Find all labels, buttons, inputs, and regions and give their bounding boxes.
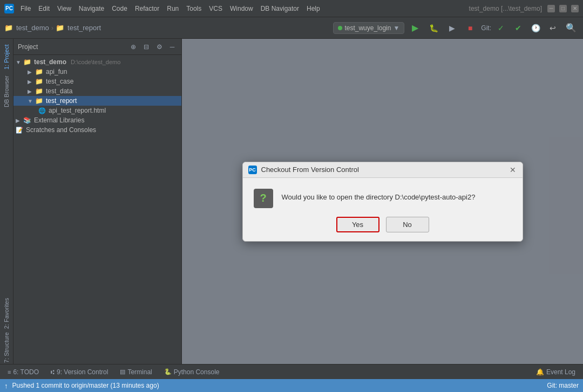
hide-panel-button[interactable]: ─ bbox=[167, 42, 177, 52]
app-icon: PC bbox=[4, 4, 14, 13]
debug-button[interactable]: 🐛 bbox=[426, 20, 441, 36]
app-title: test_demo [...\test_demo] bbox=[469, 5, 542, 12]
git-commit-button[interactable]: ✓ bbox=[493, 20, 509, 36]
git-section: Git: ✓ ✔ 🕐 ↩ bbox=[481, 20, 560, 36]
settings-icon[interactable]: ⚙ bbox=[154, 42, 164, 52]
menu-edit[interactable]: Edit bbox=[35, 4, 53, 13]
menu-bar: File Edit View Navigate Code Refactor Ru… bbox=[17, 4, 464, 13]
dialog-message: Would you like to open the directory D:\… bbox=[282, 189, 476, 203]
tab-python-console[interactable]: 🐍 Python Console bbox=[159, 367, 225, 377]
search-everywhere-button[interactable]: 🔍 bbox=[564, 20, 579, 36]
version-control-icon: ⑆ bbox=[51, 369, 55, 375]
title-bar: PC File Edit View Navigate Code Refactor… bbox=[0, 0, 583, 17]
menu-db-navigator[interactable]: DB Navigator bbox=[257, 4, 302, 13]
git-label: Git: bbox=[481, 24, 491, 32]
dialog-content: ? Would you like to open the directory D… bbox=[243, 178, 523, 217]
tab-event-log-label: Event Log bbox=[546, 368, 575, 376]
breadcrumb-root[interactable]: test_demo bbox=[16, 24, 49, 32]
push-icon: ↑ bbox=[4, 382, 8, 390]
coverage-button[interactable]: ▶ bbox=[444, 20, 459, 36]
checkout-dialog: PC Checkout From Version Control ✕ ? Wou… bbox=[242, 162, 523, 242]
git-history-button[interactable]: 🕐 bbox=[528, 20, 543, 36]
tree-item-api-fun[interactable]: ▶ 📁 api_fun bbox=[13, 67, 181, 77]
tab-python-console-label: Python Console bbox=[174, 368, 220, 376]
stop-button[interactable]: ■ bbox=[463, 20, 478, 36]
breadcrumb-separator: › bbox=[51, 24, 53, 32]
menu-help[interactable]: Help bbox=[303, 4, 323, 13]
tree-item-test-data[interactable]: ▶ 📁 test_data bbox=[13, 86, 181, 96]
menu-file[interactable]: File bbox=[17, 4, 34, 13]
menu-run[interactable]: Run bbox=[164, 4, 182, 13]
project-panel: Project ⊕ ⊟ ⚙ ─ ▼ 📁 test_demo D:\code\te… bbox=[13, 39, 182, 364]
maximize-button[interactable]: □ bbox=[559, 5, 567, 12]
main-content: 1: Project DB Browser 2: Favorites 7: St… bbox=[0, 39, 583, 364]
sidebar-panel-db-browser[interactable]: DB Browser bbox=[1, 75, 12, 108]
status-right: Git: master bbox=[547, 382, 579, 389]
menu-navigate[interactable]: Navigate bbox=[76, 4, 107, 13]
run-config-dropdown[interactable]: test_wuye_login ▼ bbox=[333, 22, 404, 34]
menu-vcs[interactable]: VCS bbox=[206, 4, 226, 13]
locate-file-button[interactable]: ⊕ bbox=[128, 42, 138, 52]
tab-todo[interactable]: ≡ 6: TODO bbox=[2, 367, 44, 377]
minimize-button[interactable]: ─ bbox=[547, 5, 555, 12]
tab-event-log[interactable]: 🔔 Event Log bbox=[531, 367, 581, 377]
run-config-arrow-icon: ▼ bbox=[393, 24, 399, 32]
event-log-icon: 🔔 bbox=[536, 368, 544, 376]
dialog-title: Checkout From Version Control bbox=[261, 166, 504, 174]
tab-todo-label: 6: TODO bbox=[13, 368, 39, 376]
left-sidebar: 1: Project DB Browser 2: Favorites 7: St… bbox=[0, 39, 13, 364]
git-rollback-button[interactable]: ↩ bbox=[545, 20, 560, 36]
project-panel-title: Project bbox=[18, 43, 125, 51]
tree-item-api-test-report[interactable]: 🌐 api_test_report.html bbox=[13, 106, 181, 115]
menu-view[interactable]: View bbox=[54, 4, 74, 13]
git-push-button[interactable]: ✔ bbox=[511, 20, 526, 36]
close-button[interactable]: ✕ bbox=[571, 5, 579, 12]
dialog-buttons: Yes No bbox=[243, 217, 523, 241]
sidebar-panel-favorites[interactable]: 2: Favorites bbox=[1, 297, 12, 329]
tab-terminal[interactable]: ▤ Terminal bbox=[114, 367, 157, 377]
dialog-overlay: PC Checkout From Version Control ✕ ? Wou… bbox=[182, 39, 583, 364]
tree-item-test-case[interactable]: ▶ 📁 test_case bbox=[13, 77, 181, 86]
collapse-all-button[interactable]: ⊟ bbox=[141, 42, 151, 52]
terminal-icon: ▤ bbox=[120, 368, 125, 375]
breadcrumb: 📁 test_demo › 📁 test_report bbox=[4, 24, 101, 32]
dialog-close-button[interactable]: ✕ bbox=[509, 166, 517, 174]
tree-item-scratches[interactable]: 📝 Scratches and Consoles bbox=[13, 125, 181, 135]
menu-tools[interactable]: Tools bbox=[183, 4, 205, 13]
main-toolbar: 📁 test_demo › 📁 test_report test_wuye_lo… bbox=[0, 17, 583, 39]
menu-refactor[interactable]: Refactor bbox=[132, 4, 162, 13]
menu-code[interactable]: Code bbox=[109, 4, 131, 13]
run-button[interactable]: ▶ bbox=[408, 20, 423, 36]
editor-area: Search Everywhere Double Shift Drop file… bbox=[182, 39, 583, 364]
tree-item-root[interactable]: ▼ 📁 test_demo D:\code\test_demo bbox=[13, 57, 181, 67]
dialog-no-button[interactable]: No bbox=[386, 217, 429, 232]
breadcrumb-child[interactable]: test_report bbox=[67, 24, 101, 32]
tab-version-control-label: 9: Version Control bbox=[57, 368, 108, 376]
dialog-app-icon: PC bbox=[248, 166, 257, 174]
project-header: Project ⊕ ⊟ ⚙ ─ bbox=[13, 39, 181, 55]
python-console-icon: 🐍 bbox=[164, 368, 172, 375]
git-master-status: Git: master bbox=[547, 382, 579, 389]
question-icon: ? bbox=[254, 189, 273, 208]
sidebar-panel-project[interactable]: 1: Project bbox=[1, 41, 12, 73]
status-bar: ↑ Pushed 1 commit to origin/master (13 m… bbox=[0, 379, 583, 392]
dialog-yes-button[interactable]: Yes bbox=[336, 217, 379, 232]
menu-window[interactable]: Window bbox=[227, 4, 256, 13]
window-controls: ─ □ ✕ bbox=[547, 5, 579, 12]
tab-terminal-label: Terminal bbox=[127, 368, 152, 376]
status-message: Pushed 1 commit to origin/master (13 min… bbox=[12, 382, 543, 389]
run-config-dot bbox=[338, 26, 342, 30]
sidebar-panel-structure[interactable]: 7: Structure bbox=[1, 332, 12, 364]
tree-item-test-report[interactable]: ▼ 📁 test_report bbox=[13, 96, 181, 106]
dialog-titlebar: PC Checkout From Version Control ✕ bbox=[243, 162, 523, 178]
project-tree: ▼ 📁 test_demo D:\code\test_demo ▶ 📁 api_… bbox=[13, 55, 181, 364]
run-config-label: test_wuye_login bbox=[344, 24, 391, 32]
bottom-tabs: ≡ 6: TODO ⑆ 9: Version Control ▤ Termina… bbox=[0, 364, 583, 379]
todo-icon: ≡ bbox=[8, 369, 11, 375]
tab-version-control[interactable]: ⑆ 9: Version Control bbox=[45, 367, 113, 377]
tree-item-external-libraries[interactable]: ▶ 📚 External Libraries bbox=[13, 115, 181, 125]
